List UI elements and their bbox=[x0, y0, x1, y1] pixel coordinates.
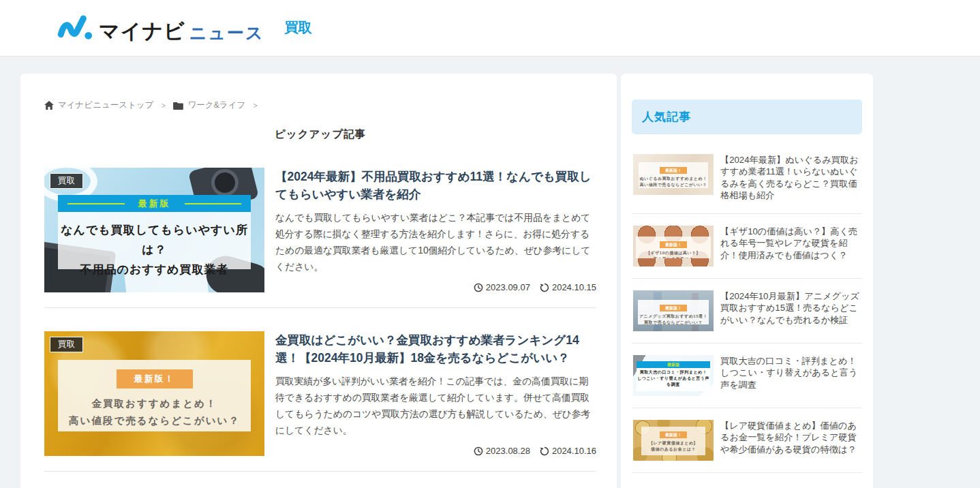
breadcrumb-home-link[interactable]: マイナビニューストップ bbox=[44, 100, 153, 111]
article-dates: 2023.09.07 2024.10.15 bbox=[474, 282, 596, 292]
page-body: マイナビニューストップ ＞ ワーク&ライフ ＞ ピックアップ記事 買取 最新版 bbox=[20, 74, 980, 488]
nav-kaitori-link[interactable]: 買取 bbox=[285, 18, 312, 38]
thumbnail-text: 【レア硬貨価値まとめ】 価値のあるお金とは？ bbox=[641, 440, 705, 453]
popular-articles-list: 最新版！ ぬいぐるみ買取おすすめまとめ！ 高い値段で売るならどこがいい？ 【20… bbox=[632, 142, 862, 473]
clock-icon bbox=[474, 283, 483, 292]
updated-date: 2024.10.16 bbox=[540, 446, 596, 456]
thumbnail-badge: 最新版 bbox=[637, 361, 710, 368]
article-thumbnail[interactable]: 買取 最新版 なんでも買取してもらいやすい所は？ 不用品のおすすめ買取業者 bbox=[44, 168, 264, 292]
article-item: 買取 最新版！ 金買取おすすめまとめ！ 高い値段で売るならどこがいい？ 金買取は… bbox=[44, 331, 596, 472]
article-description: 買取実績が多い評判がいい業者を紹介！この記事では、金の高価買取に期待できるおすす… bbox=[275, 373, 596, 440]
article-text-block: 【2024年最新】不用品買取おすすめ11選！なんでも買取してもらいやすい業者を紹… bbox=[275, 168, 596, 292]
refresh-icon bbox=[540, 283, 549, 292]
thumbnail-text-panel: 最新版！ アニメグッズ買取おすすめ15選！ 買取で売るならどこがいい？ bbox=[638, 300, 709, 324]
article-text-block: 金買取はどこがいい？金買取おすすめ業者ランキング14選！【2024年10月最新】… bbox=[275, 331, 596, 456]
published-date: 2023.08.28 bbox=[474, 446, 530, 456]
mynavi-wave-icon bbox=[57, 14, 95, 42]
breadcrumb-separator: ＞ bbox=[251, 99, 259, 112]
popular-article-title[interactable]: 【2024年最新】ぬいぐるみ買取おすすめ業者11選！いらないぬいぐるみを高く売る… bbox=[720, 154, 861, 202]
published-date: 2023.09.07 bbox=[474, 282, 530, 292]
logo-brand-text: マイナビ bbox=[99, 21, 185, 42]
thumbnail-line: 金買取おすすめまとめ！ bbox=[58, 395, 251, 412]
thumbnail-line: 高い値段で売るならどこがいい？ bbox=[58, 412, 251, 429]
thumbnail-line: 不用品のおすすめ買取業者 bbox=[58, 260, 251, 280]
article-item: 買取 最新版 なんでも買取してもらいやすい所は？ 不用品のおすすめ買取業者 【2… bbox=[44, 168, 596, 308]
main-content-card: マイナビニューストップ ＞ ワーク&ライフ ＞ ピックアップ記事 買取 最新版 bbox=[20, 74, 617, 488]
home-icon bbox=[44, 101, 54, 110]
thumbnail-text-panel: 最新版！ 【レア硬貨価値まとめ】 価値のあるお金とは？ bbox=[641, 427, 705, 455]
breadcrumb-separator: ＞ bbox=[159, 99, 167, 112]
section-title: ピックアップ記事 bbox=[44, 127, 596, 142]
thumbnail-text: 【ギザ10の価値は高い？】 高く売れる年号は？ bbox=[636, 250, 711, 258]
clock-icon bbox=[474, 446, 483, 456]
popular-article-item: 最新版！ アニメグッズ買取おすすめ15選！ 買取で売るならどこがいい？ 【202… bbox=[632, 279, 862, 344]
folder-icon bbox=[173, 102, 183, 110]
article-title[interactable]: 【2024年最新】不用品買取おすすめ11選！なんでも買取してもらいやすい業者を紹… bbox=[275, 168, 596, 204]
sidebar: 人気記事 最新版！ ぬいぐるみ買取おすすめまとめ！ 高い値段で売るならどこがいい… bbox=[621, 74, 873, 488]
popular-article-title[interactable]: 【ギザ10の価値は高い？】高く売れる年号一覧やレアな硬貨を紹介！使用済みでも価値… bbox=[720, 226, 861, 266]
thumbnail-text: 買取大吉の口コミ・評判まとめ！ しつこい・すり替えがあると言う声を調査 bbox=[637, 369, 710, 388]
popular-article-title[interactable]: 【2024年10月最新】アニメグッズ買取おすすめ15選！売るならどこがいい？なん… bbox=[720, 290, 861, 331]
popular-article-item: 最新版！ 【レア硬貨価値まとめ】 価値のあるお金とは？ 【レア硬貨価値まとめ】価… bbox=[632, 408, 862, 473]
breadcrumb-category-label: ワーク&ライフ bbox=[187, 100, 245, 111]
popular-articles-header: 人気記事 bbox=[632, 100, 862, 134]
thumbnail-text-panel: 最新版！ 【ギザ10の価値は高い？】 高く売れる年号は？ bbox=[636, 237, 711, 258]
thumbnail-badge: 最新版！ bbox=[660, 305, 687, 311]
thumbnail-badge: 最新版！ bbox=[117, 369, 193, 388]
refresh-icon bbox=[540, 446, 549, 456]
popular-article-item: 最新版！ 【ギザ10の価値は高い？】 高く売れる年号は？ 【ギザ10の価値は高い… bbox=[632, 214, 862, 279]
popular-article-thumbnail[interactable]: 最新版！ ぬいぐるみ買取おすすめまとめ！ 高い値段で売るならどこがいい？ bbox=[633, 154, 714, 195]
thumbnail-text-panel: 最新版！ ぬいぐるみ買取おすすめまとめ！ 高い値段で売るならどこがいい？ bbox=[639, 162, 708, 188]
popular-article-title[interactable]: 買取大吉の口コミ・評判まとめ！しつこい・すり替えがあると言う声を調査 bbox=[720, 355, 861, 396]
site-header: マイナビ ニュース 買取 bbox=[0, 0, 980, 57]
thumbnail-text: アニメグッズ買取おすすめ15選！ 買取で売るならどこがいい？ bbox=[638, 314, 709, 324]
popular-article-thumbnail[interactable]: 最新版！ 【ギザ10の価値は高い？】 高く売れる年号は？ bbox=[633, 226, 714, 266]
article-description: なんでも買取してもらいやすい業者はどこ？本記事では不用品をまとめて処分する際に損… bbox=[275, 210, 596, 276]
category-label: 買取 bbox=[50, 173, 83, 189]
logo[interactable]: マイナビ ニュース bbox=[57, 14, 264, 42]
popular-article-item: 最新版！ ぬいぐるみ買取おすすめまとめ！ 高い値段で売るならどこがいい？ 【20… bbox=[632, 142, 862, 214]
thumbnail-badge: 最新版 bbox=[58, 195, 251, 212]
breadcrumb-home-label: マイナビニューストップ bbox=[58, 100, 153, 111]
popular-article-thumbnail[interactable]: 最新版 買取大吉の口コミ・評判まとめ！ しつこい・すり替えがあると言う声を調査 bbox=[633, 355, 714, 396]
thumbnail-badge: 最新版！ bbox=[660, 241, 687, 248]
popular-article-thumbnail[interactable]: 最新版！ 【レア硬貨価値まとめ】 価値のあるお金とは？ bbox=[633, 420, 714, 461]
category-label: 買取 bbox=[50, 337, 83, 352]
article-thumbnail[interactable]: 買取 最新版！ 金買取おすすめまとめ！ 高い値段で売るならどこがいい？ bbox=[44, 331, 264, 456]
popular-article-thumbnail[interactable]: 最新版！ アニメグッズ買取おすすめ15選！ 買取で売るならどこがいい？ bbox=[633, 290, 714, 331]
thumbnail-text-panel: 最新版！ 金買取おすすめまとめ！ 高い値段で売るならどこがいい？ bbox=[58, 360, 251, 431]
thumbnail-text: ぬいぐるみ買取おすすめまとめ！ 高い値段で売るならどこがいい？ bbox=[639, 176, 708, 188]
breadcrumb: マイナビニューストップ ＞ ワーク&ライフ ＞ bbox=[44, 100, 596, 111]
breadcrumb-category-link[interactable]: ワーク&ライフ bbox=[173, 100, 245, 111]
thumbnail-text-panel: 最新版 買取大吉の口コミ・評判まとめ！ しつこい・すり替えがあると言う声を調査 bbox=[637, 361, 710, 391]
thumbnail-badge: 最新版！ bbox=[660, 167, 687, 174]
popular-article-item: 最新版 買取大吉の口コミ・評判まとめ！ しつこい・すり替えがあると言う声を調査 … bbox=[632, 344, 862, 408]
logo-suffix-text: ニュース bbox=[189, 24, 264, 42]
thumbnail-line: なんでも買取してもらいやすい所は？ bbox=[58, 221, 251, 260]
popular-article-title[interactable]: 【レア硬貨価値まとめ】価値のあるお金一覧を紹介！プレミア硬貨や希少価値がある硬貨… bbox=[720, 420, 861, 461]
thumbnail-text-panel: 最新版 なんでも買取してもらいやすい所は？ 不用品のおすすめ買取業者 bbox=[58, 195, 251, 269]
thumbnail-badge: 最新版！ bbox=[660, 431, 687, 438]
updated-date: 2024.10.15 bbox=[540, 282, 596, 292]
article-dates: 2023.08.28 2024.10.16 bbox=[474, 446, 596, 456]
article-title[interactable]: 金買取はどこがいい？金買取おすすめ業者ランキング14選！【2024年10月最新】… bbox=[275, 331, 596, 367]
